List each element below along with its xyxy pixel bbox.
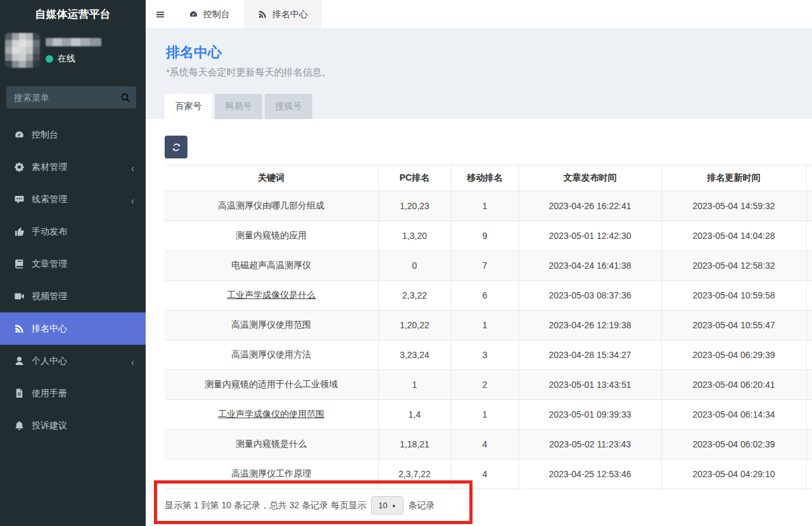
nav-tab-console[interactable]: 控制台 [175,0,244,29]
nav-tab-label: 排名中心 [272,9,308,20]
pc-rank-cell: 1,18,21 [378,430,451,459]
update-time-cell: 2023-05-04 06:02:39 [661,430,806,459]
status-label: 在线 [58,53,75,65]
publish-time-cell: 2023-05-01 12:42:30 [519,221,661,251]
publish-time-cell: 2023-05-03 08:37:36 [519,281,661,311]
sidebar-item-handbook[interactable]: 使用手册 [0,377,146,409]
update-time-cell: 2023-05-04 06:20:41 [661,370,806,400]
publish-time-cell: 2023-04-28 15:34:27 [519,340,661,370]
table-row: 测量内窥镜是什么1,18,2142023-05-02 11:23:432023-… [165,430,812,459]
page-size-dropdown[interactable]: 10 ▲ [371,496,403,515]
online-dot-icon [46,55,53,63]
sidebar-item-label: 使用手册 [32,388,67,399]
publish-time-cell: 2023-05-02 11:23:43 [519,430,661,459]
table-row: 高温测厚仪工作原理2,3,7,2242023-04-25 12:53:46202… [165,459,812,489]
publish-time-cell: 2023-05-01 13:43:51 [519,370,661,400]
sidebar-item-label: 个人中心 [32,356,67,367]
book-icon [14,259,25,269]
table-row: 高温测厚仪使用方法3,23,2432023-04-28 15:34:272023… [165,340,812,370]
bell-icon [14,420,25,431]
keyword-link[interactable]: 工业声学成像仪的使用范围 [218,409,324,419]
keyword-cell: 工业声学成像仪的使用范围 [165,400,378,430]
thumbs-up-icon [14,226,25,237]
sidebar-item-feedback[interactable]: 投诉建议 [0,409,146,442]
table-row: 高温测厚仪由哪几部分组成1,20,2312023-04-26 16:22:412… [165,191,812,221]
platform-tab-label: 搜狐号 [276,101,302,112]
file-icon [14,388,25,399]
table-row: 高温测厚仪使用范围1,20,2212023-04-26 12:19:382023… [165,311,812,340]
keyword-cell: 高温测厚仪由哪几部分组成 [165,191,378,221]
sidebar-item-label: 素材管理 [32,162,67,173]
user-name-blurred [46,38,101,46]
gear-icon [14,162,25,172]
menu-search-input[interactable] [6,86,136,108]
update-time-cell: 2023-05-04 14:04:28 [661,221,806,251]
pagination: 显示第 1 到第 10 条记录，总共 32 条记录 每页显示 10 ▲ 条记录 [165,496,812,515]
cutoff-cell [806,191,812,221]
ranking-table-wrap: 关键词PC排名移动排名文章发布时间排名更新时间 高温测厚仪由哪几部分组成1,20… [165,165,812,489]
pc-rank-cell: 1 [378,370,451,400]
sidebar-item-label: 投诉建议 [32,420,67,432]
main-area: 控制台 排名中心 排名中心 *系统每天会定时更新每天的排名信息。 百家号网易号搜… [146,0,812,526]
sidebar-item-profile[interactable]: 个人中心 [0,345,146,377]
pc-rank-cell: 1,20,22 [378,311,451,340]
sidebar-item-materials[interactable]: 素材管理 [0,151,146,183]
hamburger-icon[interactable] [146,0,175,29]
table-row: 工业声学成像仪是什么2,3,2262023-05-03 08:37:362023… [165,281,812,311]
cutoff-cell [806,430,812,459]
nav-tab-label: 控制台 [203,9,230,20]
column-header: 排名更新时间 [661,165,806,191]
content-header: 排名中心 *系统每天会定时更新每天的排名信息。 百家号网易号搜狐号 [146,29,812,119]
sidebar-item-ranking[interactable]: 排名中心 [0,312,146,345]
pc-rank-cell: 0 [378,251,451,281]
tab-baijiahao[interactable]: 百家号 [165,94,212,119]
table-header-row: 关键词PC排名移动排名文章发布时间排名更新时间 [165,165,812,191]
table-row: 测量内窥镜的应用1,3,2092023-05-01 12:42:302023-0… [165,221,812,251]
sidebar-item-leads[interactable]: 线索管理 [0,183,146,215]
sidebar-item-label: 文章管理 [32,259,67,270]
sidebar-item-console[interactable]: 控制台 [0,119,146,151]
update-time-cell: 2023-05-04 14:59:32 [661,191,806,221]
sidebar-menu: 控制台 素材管理 线索管理 手动发布 文章管理 视频管理 排名中心 个人中心 使… [0,119,146,442]
search-icon[interactable] [120,92,131,103]
cutoff-cell [806,251,812,281]
sidebar-item-manual-publish[interactable]: 手动发布 [0,215,146,248]
sidebar-item-articles[interactable]: 文章管理 [0,248,146,280]
sidebar-item-label: 线索管理 [32,194,67,205]
tab-souhuhao[interactable]: 搜狐号 [265,94,312,119]
platform-tab-label: 网易号 [225,101,252,112]
update-time-cell: 2023-05-04 06:29:39 [661,340,806,370]
pagination-summary-suffix: 条记录 [409,500,435,511]
sidebar-item-videos[interactable]: 视频管理 [0,280,146,312]
update-time-cell: 2023-05-04 10:59:58 [661,281,806,311]
keyword-cell: 电磁超声高温测厚仪 [165,251,378,281]
keyword-cell: 工业声学成像仪是什么 [165,281,378,311]
mobile-rank-cell: 1 [451,191,519,221]
nav-tab-ranking[interactable]: 排名中心 [244,0,322,29]
mobile-rank-cell: 4 [451,459,519,489]
sidebar-item-label: 排名中心 [32,323,67,335]
content: 排名中心 *系统每天会定时更新每天的排名信息。 百家号网易号搜狐号 关键词PC排… [146,29,812,526]
pc-rank-cell: 1,3,20 [378,221,451,251]
video-icon [14,291,25,302]
column-header: 移动排名 [451,165,519,191]
comment-icon [14,194,25,205]
mobile-rank-cell: 4 [451,430,519,459]
pc-rank-cell: 2,3,22 [378,281,451,311]
cutoff-cell [806,281,812,311]
top-navbar: 控制台 排名中心 [146,0,812,29]
sidebar-item-label: 控制台 [32,129,58,141]
update-time-cell: 2023-05-04 12:58:32 [661,251,806,281]
platform-tab-label: 百家号 [175,101,202,112]
publish-time-cell: 2023-04-24 16:41:38 [519,251,661,281]
refresh-button[interactable] [165,136,187,158]
tab-wangyihao[interactable]: 网易号 [215,94,262,119]
ranking-table: 关键词PC排名移动排名文章发布时间排名更新时间 高温测厚仪由哪几部分组成1,20… [165,165,812,489]
publish-time-cell: 2023-04-25 12:53:46 [519,459,661,489]
chevron-left-icon [130,196,136,203]
keyword-link[interactable]: 工业声学成像仪是什么 [227,290,315,300]
mobile-rank-cell: 1 [451,311,519,340]
cutoff-cell [806,400,812,430]
update-time-cell: 2023-05-04 06:14:34 [661,400,806,430]
table-row: 工业声学成像仪的使用范围1,412023-05-01 09:39:332023-… [165,400,812,430]
